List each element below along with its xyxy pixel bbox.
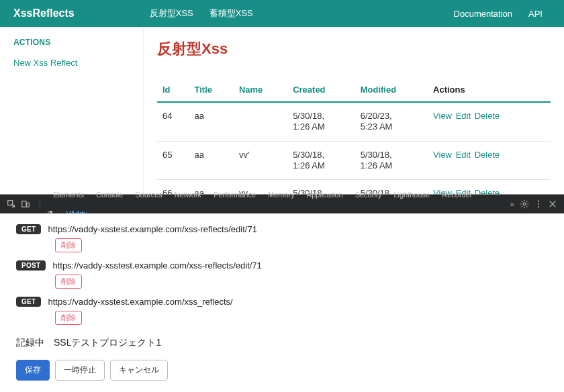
cell-title: aa xyxy=(189,102,234,141)
request-delete-button[interactable]: 削除 xyxy=(55,311,82,325)
recording-status: 記録中SSLテストプロジェクト1 xyxy=(16,337,548,349)
request-row: POSThttps://vaddy-xsstest.example.com/xs… xyxy=(16,260,548,271)
svg-point-5 xyxy=(538,203,539,205)
col-id[interactable]: Id xyxy=(157,78,189,102)
cell-title: aa xyxy=(189,141,234,180)
nav-reflected-xss[interactable]: 反射型XSS xyxy=(142,7,201,19)
http-method-badge: GET xyxy=(16,224,41,234)
action-delete[interactable]: Delete xyxy=(475,150,500,160)
col-created[interactable]: Created xyxy=(287,78,355,102)
devtools-tab-application[interactable]: Application xyxy=(301,191,349,199)
table-row: 65aavv'5/30/18,1:26 AM5/30/18,1:26 AMVie… xyxy=(157,141,551,180)
action-edit[interactable]: Edit xyxy=(456,150,473,160)
cell-created: 5/30/18,1:26 AM xyxy=(287,102,355,141)
cell-modified: 6/20/23,5:23 AM xyxy=(355,102,428,141)
topbar: XssReflects 反射型XSS 蓄積型XSS Documentation … xyxy=(0,0,564,27)
devtools-tab-network[interactable]: Network xyxy=(169,191,207,199)
tabbar-divider: | xyxy=(33,200,47,208)
cell-id: 65 xyxy=(157,141,189,180)
devtools-tab-sources[interactable]: Sources xyxy=(129,191,168,199)
devtools-tab-elements[interactable]: Elements xyxy=(47,191,90,199)
sidebar: ACTIONS New Xss Reflect xyxy=(0,27,144,194)
data-table: Id Title Name Created Modified Actions 6… xyxy=(157,78,551,194)
device-toggle-icon[interactable] xyxy=(18,199,32,209)
sidebar-new-xss-reflect[interactable]: New Xss Reflect xyxy=(13,58,130,68)
cell-actions: View Edit Delete xyxy=(428,102,551,141)
table-row: 64aa5/30/18,1:26 AM6/20/23,5:23 AMView E… xyxy=(157,102,551,141)
request-row: GEThttps://vaddy-xsstest.example.com/xss… xyxy=(16,297,548,307)
action-view[interactable]: View xyxy=(433,111,455,121)
devtools-tab-console[interactable]: Console xyxy=(90,191,129,199)
gear-icon[interactable] xyxy=(517,199,531,209)
recording-project: SSLテストプロジェクト1 xyxy=(54,337,161,348)
col-name[interactable]: Name xyxy=(234,78,287,102)
request-row: GEThttps://vaddy-xsstest.example.com/xss… xyxy=(16,224,548,234)
nav-api[interactable]: API xyxy=(520,9,551,19)
page-title: 反射型Xss xyxy=(157,39,551,59)
svg-rect-2 xyxy=(27,203,30,207)
action-view[interactable]: View xyxy=(433,150,455,160)
devtools-tabbar: | ElementsConsoleSourcesNetworkPerforman… xyxy=(0,195,564,213)
action-edit[interactable]: Edit xyxy=(456,111,473,121)
nav-documentation[interactable]: Documentation xyxy=(446,9,520,19)
devtools-more-tabs[interactable]: » xyxy=(508,200,517,208)
kebab-menu-icon[interactable] xyxy=(531,199,545,209)
devtools: | ElementsConsoleSourcesNetworkPerforman… xyxy=(0,194,564,392)
request-url: https://vaddy-xsstest.example.com/xss_re… xyxy=(48,297,232,307)
main: 反射型Xss Id Title Name Created Modified Ac… xyxy=(144,27,564,194)
pause-button[interactable]: 一時停止 xyxy=(55,360,105,381)
sidebar-heading: ACTIONS xyxy=(13,38,130,47)
svg-point-4 xyxy=(538,201,539,202)
cell-name xyxy=(234,102,287,141)
request-url: https://vaddy-xsstest.example.com/xss-re… xyxy=(52,260,261,271)
col-actions: Actions xyxy=(428,78,551,102)
svg-point-6 xyxy=(538,206,539,207)
close-icon[interactable] xyxy=(546,199,560,209)
devtools-tab-lighthouse[interactable]: Lighthouse xyxy=(387,191,436,199)
brand: XssReflects xyxy=(13,7,75,19)
cell-id: 64 xyxy=(157,102,189,141)
request-delete-button[interactable]: 削除 xyxy=(55,238,82,252)
recording-label: 記録中 xyxy=(16,337,44,348)
devtools-tab-memory[interactable]: Memory xyxy=(262,191,301,199)
devtools-tab-performance[interactable]: Performance xyxy=(207,191,262,199)
col-title[interactable]: Title xyxy=(189,78,234,102)
vaddy-panel: GEThttps://vaddy-xsstest.example.com/xss… xyxy=(0,213,564,392)
inspect-icon[interactable] xyxy=(4,199,18,209)
svg-point-3 xyxy=(523,203,526,205)
cell-modified: 5/30/18,1:26 AM xyxy=(355,141,428,180)
cancel-button[interactable]: キャンセル xyxy=(110,360,168,381)
devtools-tab-security[interactable]: Security xyxy=(349,191,388,199)
request-url: https://vaddy-xsstest.example.com/xss-re… xyxy=(48,224,256,234)
svg-rect-1 xyxy=(22,201,26,207)
save-button[interactable]: 保存 xyxy=(16,360,50,381)
nav-stored-xss[interactable]: 蓄積型XSS xyxy=(201,7,261,19)
col-modified[interactable]: Modified xyxy=(355,78,428,102)
request-delete-button[interactable]: 削除 xyxy=(55,275,82,289)
cell-name: vv' xyxy=(234,141,287,180)
action-delete[interactable]: Delete xyxy=(475,111,500,121)
http-method-badge: POST xyxy=(16,260,46,271)
cell-actions: View Edit Delete xyxy=(428,141,551,180)
cell-created: 5/30/18,1:26 AM xyxy=(287,141,355,180)
http-method-badge: GET xyxy=(16,297,41,307)
